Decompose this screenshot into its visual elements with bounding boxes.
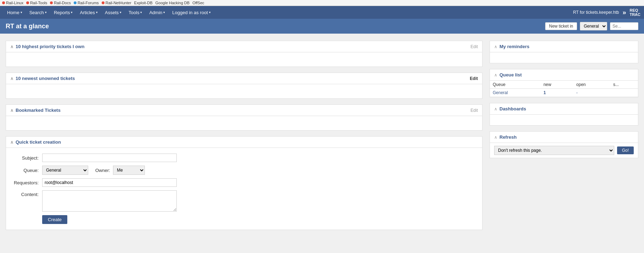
nav-right: RT for tickets.keeper.htb » REQTRAC — [573, 8, 640, 17]
new-ticket-button[interactable]: New ticket in — [545, 22, 577, 30]
newest-unowned-header: ∧ 10 newest unowned tickets Edit — [6, 73, 482, 84]
refresh-select[interactable]: Don't refresh this page. Every 1 minute … — [494, 146, 614, 155]
col-new-header: new — [541, 81, 574, 89]
my-reminders-title: My reminders — [499, 44, 530, 49]
quick-ticket-header: ∧ Quick ticket creation — [6, 137, 482, 148]
requestors-input[interactable] — [42, 178, 177, 187]
my-reminders-section: ∧ My reminders — [490, 41, 638, 63]
highest-priority-edit[interactable]: Edit — [470, 44, 478, 49]
articles-dropdown-arrow: ▾ — [96, 11, 98, 14]
dashboards-collapse-icon[interactable]: ∧ — [494, 107, 497, 111]
bookmarked-edit[interactable]: Edit — [470, 108, 478, 113]
queue-list-collapse-icon[interactable]: ∧ — [494, 73, 497, 77]
content-textarea[interactable] — [42, 190, 177, 212]
table-row: General 1 - — [490, 89, 638, 97]
assets-dropdown-arrow: ▾ — [120, 11, 122, 14]
nav-assets[interactable]: Assets ▾ — [101, 7, 125, 18]
search-dropdown-arrow: ▾ — [45, 11, 47, 14]
bookmark-rail-linux[interactable]: Rail-Linux — [2, 1, 23, 5]
main-container: ∧ 10 highest priority tickets I own Edit… — [0, 34, 644, 253]
refresh-body: Don't refresh this page. Every 1 minute … — [490, 143, 638, 158]
highest-priority-section: ∧ 10 highest priority tickets I own Edit — [6, 41, 482, 67]
bookmarked-body — [6, 116, 482, 130]
bookmark-rail-nethunter[interactable]: Rail-NetHunter — [102, 1, 131, 5]
bookmark-offsec[interactable]: OffSec — [192, 1, 204, 5]
refresh-section: ∧ Refresh Don't refresh this page. Every… — [490, 131, 638, 158]
queue-new-cell: 1 — [541, 89, 574, 97]
subject-input[interactable] — [42, 154, 177, 162]
content-label: Content: — [10, 190, 42, 197]
reports-dropdown-arrow: ▾ — [71, 11, 73, 14]
dashboards-title: Dashboards — [499, 106, 526, 111]
queue-stalled-cell — [610, 89, 638, 97]
newest-unowned-collapse-icon[interactable]: ∧ — [10, 76, 13, 81]
highest-priority-body — [6, 52, 482, 67]
bookmarked-section: ∧ Bookmarked Tickets Edit — [6, 104, 482, 131]
dashboards-section: ∧ Dashboards — [490, 103, 638, 126]
header-right: New ticket in General — [545, 22, 638, 30]
go-button[interactable]: Go! — [617, 146, 634, 154]
rt-instance-label: RT for tickets.keeper.htb — [573, 10, 619, 15]
queue-table: Queue new open s... General 1 - — [490, 81, 638, 97]
queue-open-cell: - — [574, 89, 610, 97]
create-row: Create — [10, 215, 478, 224]
header-queue-select[interactable]: General — [580, 22, 607, 30]
queue-list-title: Queue list — [499, 72, 522, 77]
newest-unowned-title: ∧ 10 newest unowned tickets — [10, 76, 75, 81]
nav-tools[interactable]: Tools ▾ — [125, 7, 146, 18]
requestors-row: Requestors: — [10, 178, 478, 187]
refresh-collapse-icon[interactable]: ∧ — [494, 135, 497, 140]
nav-logged-in[interactable]: Logged in as root ▾ — [169, 7, 214, 18]
header-search-input[interactable] — [610, 22, 638, 30]
bookmark-rail-docs[interactable]: Rail-Docs — [50, 1, 71, 5]
page-header: RT at a glance New ticket in General — [0, 19, 644, 34]
queue-list-section: ∧ Queue list Queue new open s... — [490, 69, 638, 97]
bookmarks-bar: Rail-Linux Rail-Tools Rail-Docs Rail-For… — [0, 0, 644, 6]
nav-home[interactable]: Home ▾ — [4, 7, 26, 18]
my-reminders-collapse-icon[interactable]: ∧ — [494, 44, 497, 49]
dashboards-body — [490, 115, 638, 125]
bookmarked-title: ∧ Bookmarked Tickets — [10, 108, 61, 113]
requestors-label: Requestors: — [10, 180, 42, 185]
queue-table-header-row: Queue new open s... — [490, 81, 638, 89]
right-panel: ∧ My reminders ∧ Queue list Queue new op… — [490, 41, 638, 251]
refresh-header: ∧ Refresh — [490, 132, 638, 143]
quick-ticket-section: ∧ Quick ticket creation Subject: Queue: … — [6, 136, 482, 230]
bookmark-exploit-db[interactable]: Exploit-DB — [134, 1, 153, 5]
quick-ticket-body: Subject: Queue: General Owner: Me — [6, 148, 482, 230]
logged-in-dropdown-arrow: ▾ — [209, 11, 211, 14]
owner-select[interactable]: Me — [113, 166, 145, 175]
queue-select[interactable]: General — [42, 166, 88, 175]
highest-priority-header: ∧ 10 highest priority tickets I own Edit — [6, 41, 482, 52]
quick-ticket-title: ∧ Quick ticket creation — [10, 139, 61, 145]
bookmark-rail-forums[interactable]: Rail-Forums — [74, 1, 99, 5]
bookmark-rail-tools[interactable]: Rail-Tools — [26, 1, 47, 5]
create-button[interactable]: Create — [42, 215, 67, 224]
subject-row: Subject: — [10, 154, 478, 162]
refresh-title: Refresh — [499, 134, 516, 140]
highest-priority-title: ∧ 10 highest priority tickets I own — [10, 44, 84, 49]
tools-dropdown-arrow: ▾ — [140, 11, 142, 14]
left-panel: ∧ 10 highest priority tickets I own Edit… — [6, 41, 482, 251]
col-stalled-header: s... — [610, 81, 638, 89]
nav-reports[interactable]: Reports ▾ — [50, 7, 77, 18]
nav-admin[interactable]: Admin ▾ — [146, 7, 169, 18]
queue-list-header: ∧ Queue list — [490, 69, 638, 81]
nav-search[interactable]: Search ▾ — [26, 7, 50, 18]
page-title: RT at a glance — [6, 23, 49, 30]
queue-owner-row: Queue: General Owner: Me — [10, 166, 478, 175]
nav-articles[interactable]: Articles ▾ — [76, 7, 101, 18]
my-reminders-body — [490, 52, 638, 63]
bookmarked-collapse-icon[interactable]: ∧ — [10, 108, 13, 113]
bookmarked-header: ∧ Bookmarked Tickets Edit — [6, 105, 482, 116]
home-dropdown-arrow: ▾ — [21, 11, 22, 14]
quick-ticket-collapse-icon[interactable]: ∧ — [10, 140, 13, 145]
req-trac-logo: REQTRAC — [629, 8, 640, 17]
highest-priority-collapse-icon[interactable]: ∧ — [10, 44, 13, 49]
newest-unowned-edit[interactable]: Edit — [470, 76, 478, 81]
nav-items: Home ▾ Search ▾ Reports ▾ Articles ▾ Ass… — [4, 7, 214, 18]
navbar: Home ▾ Search ▾ Reports ▾ Articles ▾ Ass… — [0, 6, 644, 19]
queue-label: Queue: — [10, 168, 42, 173]
bookmark-google-hacking[interactable]: Google Hacking DB — [156, 1, 190, 5]
queue-name-link[interactable]: General — [493, 90, 508, 95]
